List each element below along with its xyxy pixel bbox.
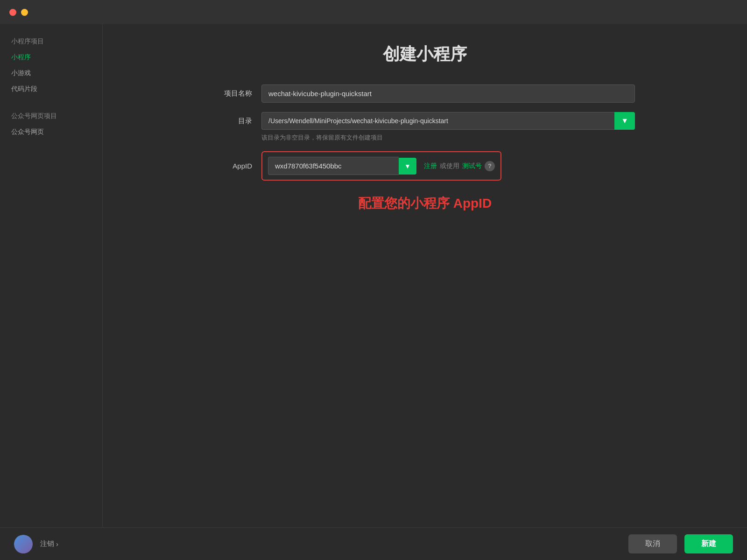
cancel-button[interactable]: 取消 — [628, 534, 677, 553]
chevron-down-icon: ▼ — [621, 117, 628, 125]
directory-browse-button[interactable]: ▼ — [614, 112, 635, 130]
sidebar-item-miniapp[interactable]: 小程序 — [0, 49, 102, 65]
titlebar — [0, 0, 747, 24]
configure-appid-hint: 配置您的小程序 AppID — [215, 195, 635, 212]
appid-dropdown-button[interactable]: ▼ — [399, 158, 416, 175]
bottom-right-buttons: 取消 新建 — [628, 534, 733, 553]
page-title: 创建小程序 — [131, 43, 719, 66]
sidebar-item-webpage[interactable]: 公众号网页 — [0, 124, 102, 140]
bottom-bar: 注销 › 取消 新建 — [0, 527, 747, 560]
directory-input[interactable] — [261, 112, 614, 130]
signout-label: 注销 — [40, 539, 54, 548]
directory-label: 目录 — [215, 117, 252, 126]
appid-row: AppID ▼ 注册 或使用 测试号 ? — [215, 151, 635, 181]
chevron-right-icon: › — [56, 540, 58, 548]
appid-label: AppID — [215, 162, 252, 170]
appid-register-link[interactable]: 注册 — [424, 162, 437, 170]
sidebar: 小程序项目 小程序 小游戏 代码片段 公众号网页项目 公众号网页 — [0, 24, 103, 527]
sidebar-section-title-miniapp: 小程序项目 — [0, 34, 102, 49]
help-icon[interactable]: ? — [485, 161, 495, 171]
appid-bordered-box: ▼ 注册 或使用 测试号 ? — [261, 151, 501, 181]
appid-input[interactable] — [268, 157, 399, 175]
close-button[interactable] — [9, 9, 16, 16]
sidebar-section-miniapp: 小程序项目 小程序 小游戏 代码片段 — [0, 34, 102, 97]
create-button[interactable]: 新建 — [684, 534, 733, 553]
appid-actions: 注册 或使用 测试号 ? — [424, 161, 495, 171]
content-area: 创建小程序 项目名称 目录 ▼ 该目录为非空目录，将保留原有文件创建项目 — [103, 24, 747, 527]
appid-or-text: 或使用 — [440, 162, 459, 170]
minimize-button[interactable] — [21, 9, 28, 16]
project-name-input[interactable] — [261, 84, 635, 103]
main-layout: 小程序项目 小程序 小游戏 代码片段 公众号网页项目 公众号网页 创建小程序 项… — [0, 24, 747, 527]
signout-button[interactable]: 注销 › — [40, 539, 58, 548]
project-name-label: 项目名称 — [215, 89, 252, 98]
sidebar-item-minigame[interactable]: 小游戏 — [0, 65, 102, 81]
create-form: 项目名称 目录 ▼ 该目录为非空目录，将保留原有文件创建项目 AppID — [215, 84, 635, 212]
directory-hint: 该目录为非空目录，将保留原有文件创建项目 — [261, 133, 635, 142]
appid-testid-link[interactable]: 测试号 — [462, 162, 482, 170]
directory-row: 目录 ▼ — [215, 112, 635, 130]
avatar-image — [14, 535, 33, 553]
sidebar-item-codesnippet[interactable]: 代码片段 — [0, 81, 102, 97]
sidebar-section-webproject: 公众号网页项目 公众号网页 — [0, 105, 102, 140]
project-name-row: 项目名称 — [215, 84, 635, 103]
chevron-down-icon: ▼ — [404, 162, 411, 170]
traffic-lights — [9, 9, 28, 16]
appid-input-group: ▼ — [268, 157, 416, 175]
sidebar-section-title-webproject: 公众号网页项目 — [0, 105, 102, 124]
avatar[interactable] — [14, 535, 33, 553]
directory-input-row: ▼ — [261, 112, 635, 130]
